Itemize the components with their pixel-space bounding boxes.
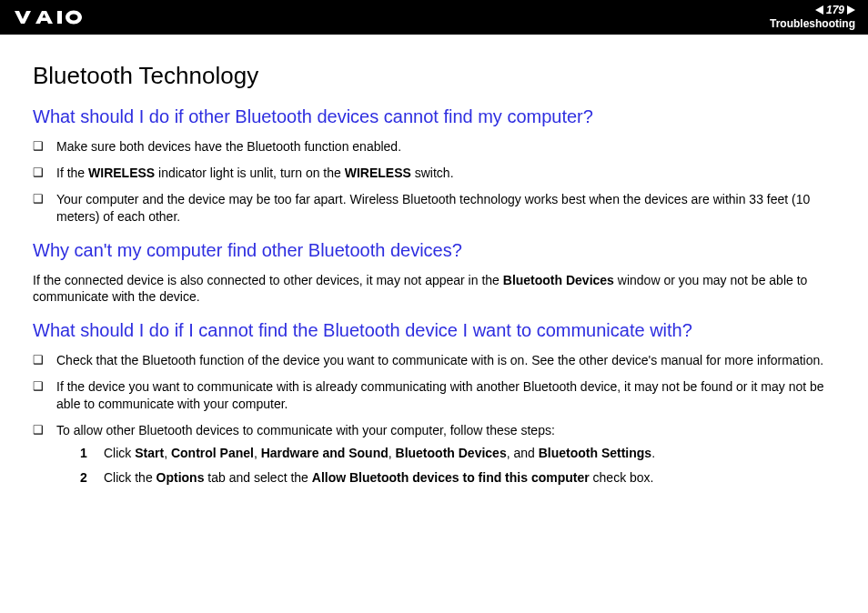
step-item: 1 Click Start, Control Panel, Hardware a… (80, 445, 835, 462)
list-item: ❑ Check that the Bluetooth function of t… (33, 352, 835, 369)
section-heading: Why can't my computer find other Bluetoo… (33, 240, 835, 261)
header-right: 179 Troubleshooting (770, 5, 855, 30)
vaio-logo (15, 10, 106, 25)
list-item: ❑ Your computer and the device may be to… (33, 191, 835, 226)
list-item: ❑ Make sure both devices have the Blueto… (33, 138, 835, 156)
numbered-list: 1 Click Start, Control Panel, Hardware a… (80, 445, 835, 487)
bullet-lead-text: To allow other Bluetooth devices to comm… (56, 423, 555, 437)
bullet-icon: ❑ (33, 378, 56, 395)
bullet-text: Make sure both devices have the Bluetoot… (56, 138, 835, 156)
breadcrumb: Troubleshooting (770, 18, 855, 30)
bullet-text: Check that the Bluetooth function of the… (56, 352, 835, 369)
bullet-text: To allow other Bluetooth devices to comm… (56, 422, 835, 494)
bullet-icon: ❑ (33, 165, 56, 181)
bullet-list: ❑ Make sure both devices have the Blueto… (33, 138, 835, 226)
list-item: ❑ If the device you want to communicate … (33, 378, 835, 413)
svg-rect-0 (57, 11, 62, 24)
step-number: 2 (80, 469, 104, 487)
page-title: Bluetooth Technology (33, 62, 835, 90)
header-bar: 179 Troubleshooting (0, 0, 868, 35)
step-number: 1 (80, 445, 104, 462)
paragraph: If the connected device is also connecte… (33, 272, 835, 306)
bullet-text: Your computer and the device may be too … (56, 191, 835, 226)
bullet-icon: ❑ (33, 352, 56, 368)
bullet-text: If the WIRELESS indicator light is unlit… (56, 165, 835, 182)
bullet-list: ❑ Check that the Bluetooth function of t… (33, 352, 835, 493)
bullet-text: If the device you want to communicate wi… (56, 378, 835, 413)
page-number: 179 (826, 5, 844, 16)
step-item: 2 Click the Options tab and select the A… (80, 469, 835, 487)
prev-page-arrow-icon[interactable] (815, 5, 823, 15)
page-content: Bluetooth Technology What should I do if… (0, 35, 868, 527)
next-page-arrow-icon[interactable] (847, 5, 855, 15)
page-nav: 179 (815, 5, 855, 16)
section-heading: What should I do if I cannot find the Bl… (33, 320, 835, 341)
section-heading: What should I do if other Bluetooth devi… (33, 106, 835, 127)
step-text: Click the Options tab and select the All… (104, 469, 654, 487)
step-text: Click Start, Control Panel, Hardware and… (104, 445, 655, 462)
bullet-icon: ❑ (33, 191, 56, 207)
list-item: ❑ To allow other Bluetooth devices to co… (33, 422, 835, 494)
list-item: ❑ If the WIRELESS indicator light is unl… (33, 165, 835, 182)
bullet-icon: ❑ (33, 422, 56, 438)
bullet-icon: ❑ (33, 138, 56, 155)
